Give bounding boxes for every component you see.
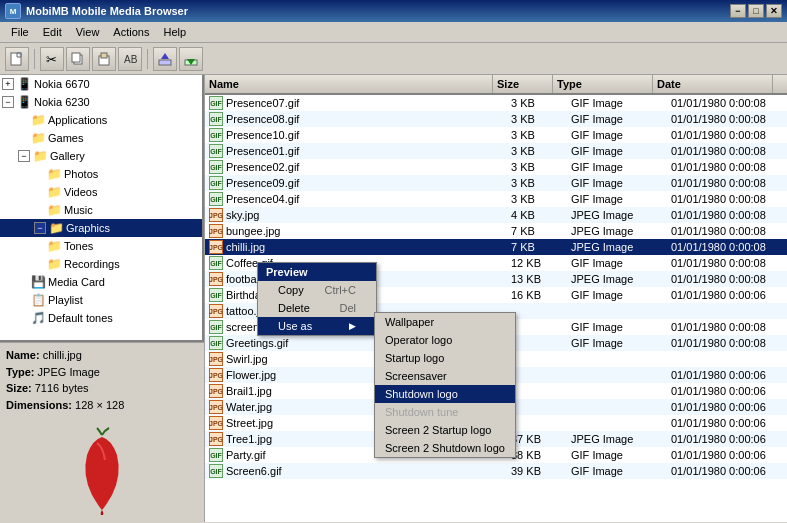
maximize-button[interactable]: □ <box>748 4 764 18</box>
toolbar-new[interactable] <box>5 47 29 71</box>
file-cell-date: 01/01/1980 0:00:06 <box>667 449 787 461</box>
tree-expand-graphics[interactable]: − <box>34 222 46 234</box>
file-row[interactable]: GIF Presence10.gif 3 KB GIF Image 01/01/… <box>205 127 787 143</box>
ctx-delete-shortcut: Del <box>339 302 356 314</box>
col-header-type[interactable]: Type <box>553 75 653 93</box>
col-header-size[interactable]: Size <box>493 75 553 93</box>
file-cell-size: 39 KB <box>507 465 567 477</box>
phone-icon: 📱 <box>16 76 32 92</box>
folder-icon-graphics: 📁 <box>48 220 64 236</box>
file-type-icon: GIF <box>209 96 223 110</box>
file-cell-type: GIF Image <box>567 321 667 333</box>
info-dimensions: Dimensions: 128 × 128 <box>6 397 198 414</box>
toolbar-rename[interactable]: AB <box>118 47 142 71</box>
tree-node-defaulttones[interactable]: 🎵 Default tones <box>0 309 202 327</box>
ctx-delete[interactable]: Delete Del <box>258 299 376 317</box>
app-title: MobiMB Mobile Media Browser <box>26 5 188 17</box>
svg-marker-10 <box>161 53 169 59</box>
file-name: Presence04.gif <box>226 193 299 205</box>
tree-node-photos[interactable]: 📁 Photos <box>0 165 202 183</box>
tree-node-nokia6670[interactable]: + 📱 Nokia 6670 <box>0 75 202 93</box>
ctx-use-as-label: Use as <box>278 320 312 332</box>
file-row[interactable]: JPG sky.jpg 4 KB JPEG Image 01/01/1980 0… <box>205 207 787 223</box>
title-bar-controls[interactable]: − □ ✕ <box>730 4 782 18</box>
file-name: Presence08.gif <box>226 113 299 125</box>
toolbar-cut[interactable]: ✂ <box>40 47 64 71</box>
svg-rect-9 <box>159 60 171 65</box>
col-header-date[interactable]: Date <box>653 75 773 93</box>
toolbar-upload[interactable] <box>153 47 177 71</box>
ctx-use-as[interactable]: Use as ▶ <box>258 317 376 335</box>
sub-operator-logo[interactable]: Operator logo <box>375 331 515 349</box>
ctx-use-as-arrow: ▶ <box>349 321 356 331</box>
file-name: Presence01.gif <box>226 145 299 157</box>
left-panel: + 📱 Nokia 6670 − 📱 Nokia 6230 📁 Applicat… <box>0 75 205 522</box>
file-row[interactable]: GIF Presence04.gif 3 KB GIF Image 01/01/… <box>205 191 787 207</box>
toolbar-download[interactable] <box>179 47 203 71</box>
file-cell-type: JPEG Image <box>567 209 667 221</box>
tree-expand-nokia6670[interactable]: + <box>2 78 14 90</box>
folder-icon-photos: 📁 <box>46 166 62 182</box>
file-cell-size: 3 KB <box>507 177 567 189</box>
file-row[interactable]: JPG bungee.jpg 7 KB JPEG Image 01/01/198… <box>205 223 787 239</box>
file-row[interactable]: GIF Presence09.gif 3 KB GIF Image 01/01/… <box>205 175 787 191</box>
file-cell-size: 7 KB <box>507 225 567 237</box>
file-type-icon: GIF <box>209 192 223 206</box>
menu-file[interactable]: File <box>5 24 35 40</box>
file-cell-type: GIF Image <box>567 289 667 301</box>
tree-node-playlist[interactable]: 📋 Playlist <box>0 291 202 309</box>
tree-node-mediacard[interactable]: 💾 Media Card <box>0 273 202 291</box>
tree-expand-nokia6230[interactable]: − <box>2 96 14 108</box>
file-cell-size: 7 KB <box>507 241 567 253</box>
file-type-icon: GIF <box>209 160 223 174</box>
file-row[interactable]: JPG chilli.jpg 7 KB JPEG Image 01/01/198… <box>205 239 787 255</box>
sub-wallpaper[interactable]: Wallpaper <box>375 313 515 331</box>
tree-node-tones[interactable]: 📁 Tones <box>0 237 202 255</box>
folder-icon-tones: 📁 <box>46 238 62 254</box>
file-cell-name: JPG bungee.jpg <box>205 224 507 238</box>
file-row[interactable]: GIF Presence08.gif 3 KB GIF Image 01/01/… <box>205 111 787 127</box>
sub-screen2-shutdown[interactable]: Screen 2 Shutdown logo <box>375 439 515 457</box>
toolbar: ✂ AB <box>0 43 787 75</box>
tree-node-games[interactable]: 📁 Games <box>0 129 202 147</box>
file-cell-type: GIF Image <box>567 337 667 349</box>
sub-screensaver[interactable]: Screensaver <box>375 367 515 385</box>
toolbar-paste[interactable] <box>92 47 116 71</box>
file-cell-date: 01/01/1980 0:00:08 <box>667 145 787 157</box>
file-cell-size: 16 KB <box>507 289 567 301</box>
file-cell-size: 3 KB <box>507 161 567 173</box>
file-cell-date: 01/01/1980 0:00:08 <box>667 257 787 269</box>
sub-screen2-startup[interactable]: Screen 2 Startup logo <box>375 421 515 439</box>
file-cell-type: GIF Image <box>567 129 667 141</box>
minimize-button[interactable]: − <box>730 4 746 18</box>
menu-edit[interactable]: Edit <box>37 24 68 40</box>
tree-node-videos[interactable]: 📁 Videos <box>0 183 202 201</box>
file-row[interactable]: GIF Presence02.gif 3 KB GIF Image 01/01/… <box>205 159 787 175</box>
file-cell-date: 01/01/1980 0:00:06 <box>667 433 787 445</box>
file-cell-type: JPEG Image <box>567 225 667 237</box>
toolbar-copy[interactable] <box>66 47 90 71</box>
file-cell-date: 01/01/1980 0:00:08 <box>667 225 787 237</box>
file-row[interactable]: GIF Presence01.gif 3 KB GIF Image 01/01/… <box>205 143 787 159</box>
close-button[interactable]: ✕ <box>766 4 782 18</box>
menu-help[interactable]: Help <box>157 24 192 40</box>
ctx-copy[interactable]: Copy Ctrl+C <box>258 281 376 299</box>
tree-expand-gallery[interactable]: − <box>18 150 30 162</box>
file-cell-name: GIF Presence09.gif <box>205 176 507 190</box>
tree-node-nokia6230[interactable]: − 📱 Nokia 6230 <box>0 93 202 111</box>
file-row[interactable]: GIF Screen6.gif 39 KB GIF Image 01/01/19… <box>205 463 787 479</box>
tree-node-gallery[interactable]: − 📁 Gallery <box>0 147 202 165</box>
sub-startup-logo[interactable]: Startup logo <box>375 349 515 367</box>
col-header-name[interactable]: Name <box>205 75 493 93</box>
file-row[interactable]: GIF Presence07.gif 3 KB GIF Image 01/01/… <box>205 95 787 111</box>
info-panel: Name: chilli.jpg Type: JPEG Image Size: … <box>0 342 204 522</box>
sub-shutdown-logo[interactable]: Shutdown logo <box>375 385 515 403</box>
file-cell-date: 01/01/1980 0:00:06 <box>667 289 787 301</box>
tree-node-graphics[interactable]: − 📁 Graphics <box>0 219 202 237</box>
tree-area[interactable]: + 📱 Nokia 6670 − 📱 Nokia 6230 📁 Applicat… <box>0 75 204 342</box>
tree-node-recordings[interactable]: 📁 Recordings <box>0 255 202 273</box>
tree-node-applications[interactable]: 📁 Applications <box>0 111 202 129</box>
menu-view[interactable]: View <box>70 24 106 40</box>
tree-node-music[interactable]: 📁 Music <box>0 201 202 219</box>
menu-actions[interactable]: Actions <box>107 24 155 40</box>
